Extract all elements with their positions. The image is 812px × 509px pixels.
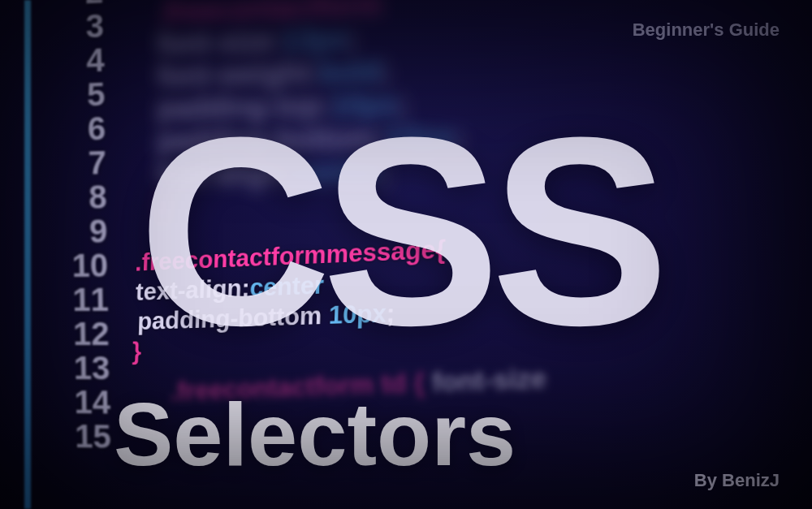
line-number: 14 — [45, 385, 110, 420]
line-number: 7 — [41, 145, 106, 181]
title-sub: Selectors — [114, 390, 516, 479]
css-value: 13px — [282, 22, 348, 57]
line-number: 11 — [44, 283, 109, 317]
line-number: 9 — [42, 214, 107, 248]
line-number: 10 — [43, 248, 108, 283]
title-main: CSS — [138, 97, 660, 365]
line-number: 8 — [42, 179, 107, 215]
line-number: 3 — [39, 8, 104, 45]
line-number: 5 — [41, 77, 106, 114]
editor-edge-strip — [24, 0, 31, 509]
label-series: Beginner's Guide — [633, 19, 780, 41]
hero-graphic: 2 3 4 5 6 7 8 9 10 11 12 13 14 15 .freec… — [0, 0, 812, 509]
line-number: 15 — [46, 419, 111, 454]
line-number: 13 — [45, 351, 110, 385]
css-prop: font-size — [158, 24, 273, 60]
line-number: 6 — [41, 111, 106, 147]
line-number-gutter: 2 3 4 5 6 7 8 9 10 11 12 13 14 15 — [38, 0, 111, 454]
line-number: 4 — [40, 42, 105, 79]
label-author: By BenizJ — [694, 470, 780, 491]
line-number: 12 — [45, 317, 110, 351]
